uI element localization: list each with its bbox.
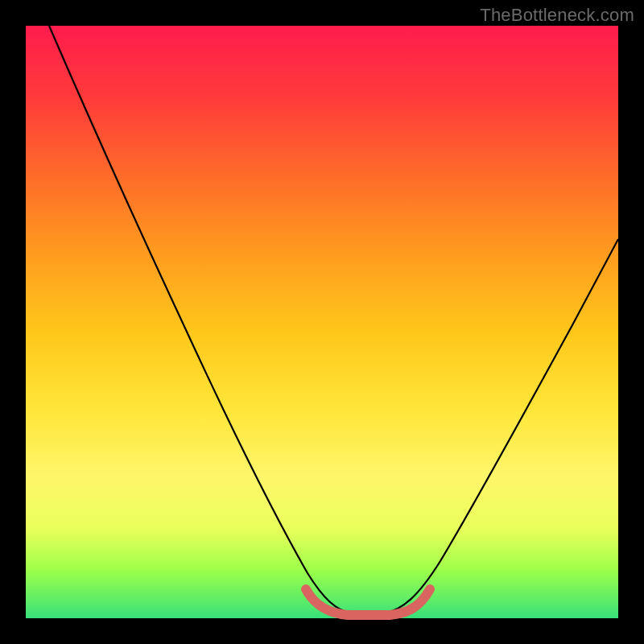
optimal-range-marker	[306, 589, 430, 615]
chart-svg	[26, 26, 618, 618]
chart-frame: TheBottleneck.com	[0, 0, 644, 644]
watermark-text: TheBottleneck.com	[480, 5, 634, 26]
bottleneck-curve	[49, 26, 618, 613]
